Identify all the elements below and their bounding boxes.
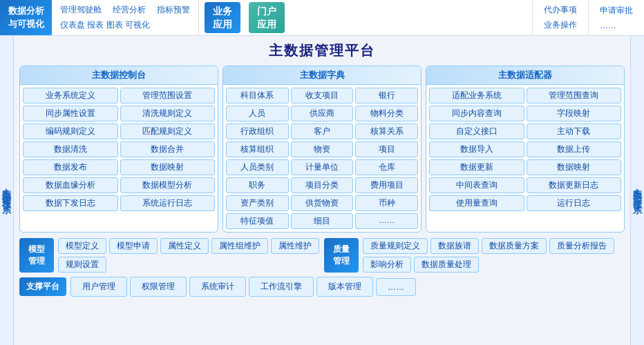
- support-item[interactable]: 系统审计: [189, 277, 246, 297]
- support-item[interactable]: 工作流引擎: [249, 277, 314, 297]
- quality-item[interactable]: 数据族谱: [430, 238, 479, 254]
- model-item[interactable]: 属性组维护: [211, 238, 268, 254]
- model-item[interactable]: 规则设置: [58, 257, 106, 273]
- nav-portal-btn[interactable]: 门户 应用: [249, 2, 285, 32]
- nav-item-more[interactable]: ……: [597, 20, 636, 31]
- dict-cell[interactable]: 费用项目: [355, 177, 418, 193]
- dict-cell[interactable]: 人员: [226, 106, 289, 121]
- dict-cell[interactable]: 仓库: [355, 159, 418, 175]
- adapter-cell[interactable]: 数据映射: [527, 159, 622, 175]
- adapter-cell[interactable]: 适配业务系统: [429, 88, 524, 103]
- control-cell[interactable]: 数据下发日志: [23, 195, 118, 211]
- control-cell[interactable]: 管理范围设置: [120, 88, 216, 103]
- panel-dict-body: 科目体系收支项目银行人员供应商物料分类行政组织客户核算关系核算组织物资项目人员类…: [223, 85, 421, 232]
- support-item[interactable]: ……: [376, 278, 416, 296]
- control-cell[interactable]: 数据合并: [120, 141, 216, 157]
- panel-adapter-header: 主数据适配器: [426, 66, 624, 85]
- control-cell[interactable]: 数据模型分析: [120, 177, 216, 193]
- adapter-cell[interactable]: 数据更新日志: [527, 177, 622, 193]
- dict-cell[interactable]: 客户: [291, 124, 354, 139]
- control-cell[interactable]: 匹配规则定义: [120, 124, 216, 139]
- dict-cell[interactable]: 核算组织: [226, 141, 289, 157]
- quality-items: 质量规则定义数据族谱数据质量方案质量分析报告影响分析数据质量处理: [363, 238, 625, 273]
- nav-item-biz-op[interactable]: 业务操作: [541, 19, 580, 32]
- nav-row-1: 管理驾驶舱 经营分析 指标预警: [57, 3, 193, 17]
- control-cell[interactable]: 业务系统定义: [23, 88, 118, 103]
- nav-item-cockpit[interactable]: 管理驾驶舱: [57, 3, 104, 17]
- panel-dict-grid: 科目体系收支项目银行人员供应商物料分类行政组织客户核算关系核算组织物资项目人员类…: [226, 88, 418, 229]
- nav-item-kpi[interactable]: 指标预警: [154, 3, 193, 17]
- dict-cell[interactable]: 收支项目: [291, 88, 354, 103]
- dict-cell[interactable]: 特征项值: [226, 213, 289, 229]
- center-area: 主数据管理平台 主数据控制台 业务系统定义管理范围设置同步属性设置清洗规则定义编…: [14, 36, 630, 345]
- dict-cell[interactable]: 供应商: [291, 106, 354, 121]
- adapter-cell[interactable]: 中间表查询: [429, 177, 524, 193]
- quality-item[interactable]: 质量规则定义: [363, 238, 428, 254]
- dict-cell[interactable]: 人员类别: [226, 159, 289, 175]
- dict-cell[interactable]: 供货物资: [291, 195, 354, 211]
- dict-cell[interactable]: 币种: [355, 195, 418, 211]
- nav-item-business-analysis[interactable]: 经营分析: [110, 3, 149, 17]
- adapter-cell[interactable]: 数据导入: [429, 141, 524, 157]
- dict-cell[interactable]: 细目: [291, 213, 354, 229]
- panel-adapter-body: 适配业务系统管理范围查询同步内容查询字段映射自定义接口主动下载数据导入数据上传数…: [426, 85, 624, 214]
- nav-right-group-2: 申请审批 ……: [588, 0, 644, 35]
- dict-cell[interactable]: 项目分类: [291, 177, 354, 193]
- nav-spacer: [290, 0, 532, 35]
- dict-cell[interactable]: 核算关系: [355, 124, 418, 139]
- dict-cell[interactable]: 银行: [355, 88, 418, 103]
- panel-control: 主数据控制台 业务系统定义管理范围设置同步属性设置清洗规则定义编码规则定义匹配规…: [19, 66, 218, 233]
- model-item[interactable]: 属性维护: [271, 238, 319, 254]
- model-item[interactable]: 属性定义: [160, 238, 209, 254]
- adapter-cell[interactable]: 管理范围查询: [527, 88, 622, 103]
- support-items: 用户管理权限管理系统审计工作流引擎版本管理……: [70, 277, 625, 297]
- nav-brand[interactable]: 数据分析 与可视化: [0, 0, 52, 35]
- quality-item[interactable]: 影响分析: [363, 257, 411, 273]
- control-cell[interactable]: 数据映射: [120, 159, 216, 175]
- nav-item-apply[interactable]: 申请审批: [597, 4, 636, 17]
- adapter-cell[interactable]: 自定义接口: [429, 124, 524, 139]
- platform-title: 主数据管理平台: [19, 41, 625, 60]
- quality-item[interactable]: 数据质量方案: [482, 238, 547, 254]
- control-cell[interactable]: 数据血缘分析: [23, 177, 118, 193]
- quality-item[interactable]: 数据质量处理: [414, 257, 479, 273]
- adapter-cell[interactable]: 运行日志: [527, 195, 622, 211]
- adapter-cell[interactable]: 使用量查询: [429, 195, 524, 211]
- nav-item-todo[interactable]: 代办事项: [541, 3, 580, 17]
- adapter-cell[interactable]: 数据更新: [429, 159, 524, 175]
- panel-control-header: 主数据控制台: [20, 66, 218, 85]
- adapter-cell[interactable]: 数据上传: [527, 141, 622, 157]
- adapter-cell[interactable]: 字段映射: [527, 106, 622, 121]
- quality-item[interactable]: 质量分析报告: [549, 238, 614, 254]
- model-item[interactable]: 模型定义: [58, 238, 106, 254]
- dict-cell[interactable]: 物资: [291, 141, 354, 157]
- control-cell[interactable]: 编码规则定义: [23, 124, 118, 139]
- panels-row: 主数据控制台 业务系统定义管理范围设置同步属性设置清洗规则定义编码规则定义匹配规…: [19, 66, 625, 233]
- control-cell[interactable]: 数据清洗: [23, 141, 118, 157]
- dict-cell[interactable]: ……: [355, 213, 418, 229]
- support-item[interactable]: 用户管理: [70, 277, 127, 297]
- control-cell[interactable]: 数据发布: [23, 159, 118, 175]
- nav-business-btn[interactable]: 业务 应用: [205, 2, 240, 32]
- control-cell[interactable]: 同步属性设置: [23, 106, 118, 121]
- control-cell[interactable]: 清洗规则定义: [120, 106, 216, 121]
- panel-adapter-grid: 适配业务系统管理范围查询同步内容查询字段映射自定义接口主动下载数据导入数据上传数…: [429, 88, 621, 211]
- control-cell[interactable]: 系统运行日志: [120, 195, 216, 211]
- adapter-cell[interactable]: 同步内容查询: [429, 106, 524, 121]
- nav-item-visual[interactable]: 仪表盘 报表 图表 可视化: [57, 19, 153, 32]
- support-label: 支撑平台: [19, 277, 66, 296]
- dict-cell[interactable]: 职务: [226, 177, 289, 193]
- nav-row-2: 仪表盘 报表 图表 可视化: [57, 19, 193, 32]
- panel-control-body: 业务系统定义管理范围设置同步属性设置清洗规则定义编码规则定义匹配规则定义数据清洗…: [20, 85, 218, 214]
- adapter-cell[interactable]: 主动下载: [527, 124, 622, 139]
- dict-cell[interactable]: 资产类别: [226, 195, 289, 211]
- dict-cell[interactable]: 行政组织: [226, 124, 289, 139]
- model-quality-row: 模型 管理 模型定义模型申请属性定义属性组维护属性维护规则设置 质量 管理 质量…: [19, 238, 625, 273]
- dict-cell[interactable]: 物料分类: [355, 106, 418, 121]
- model-item[interactable]: 模型申请: [109, 238, 158, 254]
- dict-cell[interactable]: 科目体系: [226, 88, 289, 103]
- support-item[interactable]: 版本管理: [316, 277, 373, 297]
- dict-cell[interactable]: 计量单位: [291, 159, 354, 175]
- support-item[interactable]: 权限管理: [130, 277, 187, 297]
- dict-cell[interactable]: 项目: [355, 141, 418, 157]
